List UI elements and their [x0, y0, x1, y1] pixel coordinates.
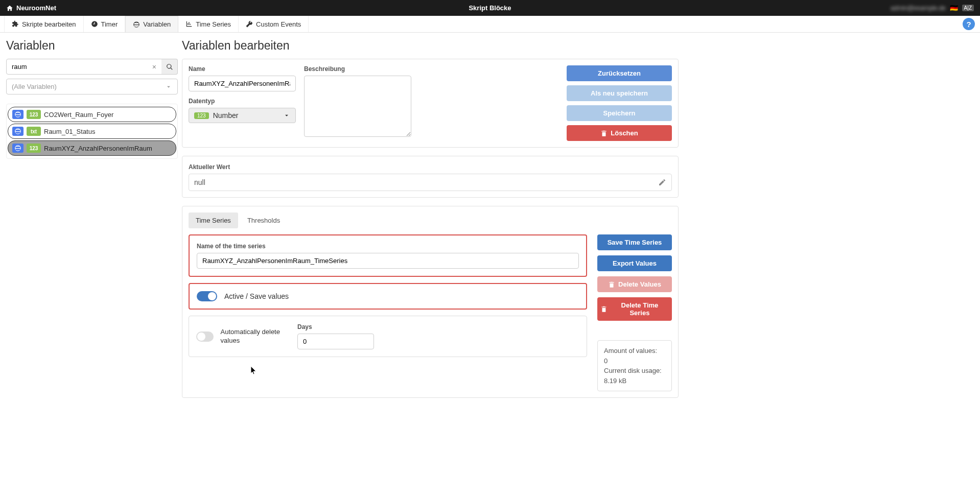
- btn-label: Delete Values: [618, 280, 661, 288]
- caret-down-icon: [165, 83, 172, 90]
- ts-name-input[interactable]: [197, 253, 579, 269]
- variable-item[interactable]: 123 CO2Wert_Raum_Foyer: [8, 107, 176, 122]
- subtabs: Time Series Thresholds: [189, 212, 672, 228]
- tab-timer[interactable]: Timer: [84, 16, 126, 32]
- subtab-time-series[interactable]: Time Series: [189, 212, 238, 228]
- name-input[interactable]: [189, 76, 296, 91]
- navtabs: Skripte bearbeiten Timer Variablen Time …: [0, 16, 980, 33]
- edit-panel: Name Datentyp 123 Number Beschreibung: [182, 59, 679, 148]
- variable-item[interactable]: 123 RaumXYZ_AnzahlPersonenImRaum: [8, 140, 176, 156]
- variable-list: 123 CO2Wert_Raum_Foyer txt Raum_01_Statu…: [6, 104, 178, 159]
- desc-input[interactable]: [304, 76, 411, 137]
- current-value-panel: Aktueller Wert null: [182, 156, 679, 198]
- tab-skripte-bearbeiten[interactable]: Skripte bearbeiten: [4, 16, 84, 32]
- page-title: Skript Blöcke: [469, 4, 511, 12]
- wrench-icon: [246, 20, 253, 28]
- help-button[interactable]: ?: [963, 18, 975, 30]
- desc-label: Beschreibung: [304, 65, 411, 73]
- info-disk-value: 8.19 kB: [604, 376, 665, 386]
- trash-icon: [600, 305, 608, 313]
- type-dropdown[interactable]: 123 Number: [189, 108, 296, 123]
- tab-time-series[interactable]: Time Series: [178, 16, 239, 32]
- flag-icon[interactable]: 🇩🇪: [950, 4, 958, 12]
- delete-values-button[interactable]: Delete Values: [597, 276, 672, 292]
- search-icon: [166, 63, 173, 70]
- chart-icon: [185, 20, 193, 28]
- topbar: NeuroomNet Skript Blöcke admin@example.d…: [0, 0, 980, 16]
- type-label: Datentyp: [189, 98, 296, 105]
- info-amount-label: Amount of values:: [604, 346, 665, 356]
- clock-icon: [91, 20, 98, 28]
- current-value-label: Aktueller Wert: [189, 163, 230, 171]
- search-button[interactable]: [161, 59, 178, 75]
- type-tag: 123: [194, 112, 209, 119]
- variable-name: RaumXYZ_AnzahlPersonenImRaum: [44, 145, 152, 152]
- auto-delete-label: Automatically delete values: [221, 328, 288, 345]
- delete-button[interactable]: Löschen: [567, 125, 672, 141]
- ts-autodel-box: Automatically delete values Days: [189, 316, 587, 357]
- brand[interactable]: NeuroomNet: [6, 4, 56, 12]
- reset-button[interactable]: Zurücksetzen: [567, 65, 672, 81]
- variable-item[interactable]: txt Raum_01_Status: [8, 124, 176, 139]
- days-input[interactable]: [297, 334, 374, 349]
- globe-icon: [12, 110, 24, 119]
- filter-placeholder: (Alle Variablen): [12, 83, 57, 90]
- filter-dropdown[interactable]: (Alle Variablen): [6, 79, 178, 94]
- active-label: Active / Save values: [224, 292, 289, 300]
- btn-label: Delete Time Series: [611, 301, 669, 317]
- export-values-button[interactable]: Export Values: [597, 255, 672, 271]
- save-as-new-button[interactable]: Als neu speichern: [567, 85, 672, 101]
- save-time-series-button[interactable]: Save Time Series: [597, 234, 672, 250]
- lang-badge[interactable]: A|Z: [962, 5, 974, 11]
- current-value: null: [194, 178, 658, 186]
- type-badge: 123: [27, 110, 41, 119]
- delete-time-series-button[interactable]: Delete Time Series: [597, 297, 672, 321]
- info-disk-label: Current disk usage:: [604, 366, 665, 376]
- tab-label: Variablen: [143, 20, 171, 28]
- auto-delete-toggle[interactable]: [196, 332, 214, 342]
- search-input[interactable]: [6, 59, 166, 75]
- ts-info-box: Amount of values: 0 Current disk usage: …: [597, 340, 672, 391]
- type-badge: txt: [27, 127, 41, 136]
- trash-icon: [608, 281, 615, 288]
- caret-down-icon: [283, 112, 290, 119]
- brand-label: NeuroomNet: [16, 4, 56, 12]
- active-toggle[interactable]: [197, 291, 217, 301]
- variable-name: Raum_01_Status: [44, 128, 95, 135]
- edit-heading: Variablen bearbeiten: [182, 39, 679, 53]
- info-amount-value: 0: [604, 356, 665, 366]
- ts-name-box: Name of the time series: [189, 234, 587, 277]
- globe-icon: [12, 144, 24, 153]
- globe-icon: [12, 127, 24, 136]
- left-heading: Variablen: [6, 39, 178, 53]
- tab-custom-events[interactable]: Custom Events: [239, 16, 309, 32]
- user-label[interactable]: admin@example.de: [891, 4, 946, 12]
- subtab-thresholds[interactable]: Thresholds: [240, 212, 287, 228]
- ts-active-box: Active / Save values: [189, 283, 587, 310]
- tab-label: Custom Events: [256, 20, 301, 28]
- trash-icon: [600, 130, 608, 137]
- tab-label: Time Series: [196, 20, 231, 28]
- type-value: Number: [213, 111, 239, 120]
- tab-variablen[interactable]: Variablen: [125, 16, 178, 32]
- btn-label: Löschen: [611, 129, 638, 137]
- globe-icon: [133, 21, 140, 28]
- save-button[interactable]: Speichern: [567, 105, 672, 121]
- name-label: Name: [189, 65, 296, 73]
- edit-icon[interactable]: [658, 178, 666, 186]
- home-icon: [6, 5, 13, 12]
- days-label: Days: [297, 323, 374, 330]
- tab-label: Skripte bearbeiten: [22, 20, 76, 28]
- clear-search-icon[interactable]: ×: [152, 63, 156, 71]
- puzzle-icon: [12, 20, 19, 28]
- ts-name-label: Name of the time series: [197, 243, 579, 250]
- tab-label: Timer: [101, 20, 118, 28]
- time-series-panel: Time Series Thresholds Name of the time …: [182, 206, 679, 398]
- type-badge: 123: [27, 144, 41, 153]
- variable-name: CO2Wert_Raum_Foyer: [44, 111, 113, 119]
